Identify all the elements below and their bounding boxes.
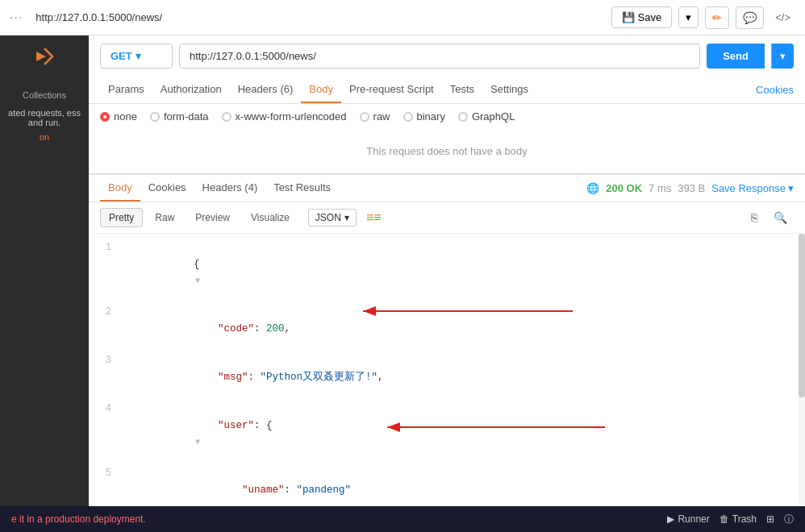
method-select[interactable]: GET ▾	[100, 44, 173, 69]
code-line-1: 1 { ▼	[89, 240, 805, 305]
view-visualize-button[interactable]: Visualize	[242, 208, 298, 227]
body-type-binary[interactable]: binary	[403, 110, 445, 123]
collapse-4[interactable]: ▼	[195, 438, 200, 447]
radio-raw-label: raw	[373, 110, 390, 123]
response-tab-headers[interactable]: Headers (4)	[194, 175, 266, 202]
request-section: GET ▾ Send ▾ Params Authorization Header…	[89, 35, 805, 174]
comment-button[interactable]: 💬	[736, 6, 764, 29]
response-size: 393 B	[678, 182, 705, 194]
save-response-chevron: ▾	[788, 182, 794, 194]
line-num-3: 3	[89, 353, 121, 368]
tab-headers[interactable]: Headers (6)	[230, 77, 302, 103]
content-area: GET ▾ Send ▾ Params Authorization Header…	[89, 35, 805, 506]
tab-authorization[interactable]: Authorization	[152, 77, 230, 103]
response-tab-test-results[interactable]: Test Results	[265, 175, 339, 202]
response-tabs-row: Body Cookies Headers (4) Test Results 🌐 …	[89, 175, 805, 202]
search-button[interactable]: 🔍	[767, 208, 794, 227]
url-input[interactable]	[179, 44, 700, 69]
layout-button[interactable]: ⊞	[766, 513, 774, 525]
save-response-button[interactable]: Save Response ▾	[711, 182, 794, 194]
wrap-button[interactable]: ≡≡	[360, 207, 388, 228]
view-preview-button[interactable]: Preview	[186, 208, 239, 227]
copy-button[interactable]: ⎘	[745, 208, 764, 227]
body-type-form-data[interactable]: form-data	[150, 110, 209, 123]
method-chevron: ▾	[136, 50, 141, 62]
line-content-5: "uname": "pandeng"	[121, 466, 805, 506]
code-area[interactable]: 1 { ▼ 2 "code": 200, 3	[89, 234, 805, 506]
line-content-4: "user": { ▼	[121, 401, 805, 466]
format-label: JSON	[315, 212, 341, 223]
line-num-4: 4	[89, 401, 121, 417]
info-icon: ⓘ	[784, 513, 794, 526]
body-type-none[interactable]: none	[100, 110, 137, 123]
top-bar: ··· http://127.0.0.1:5000/news/ 💾 Save ▾…	[0, 0, 805, 35]
radio-formdata-dot	[150, 112, 160, 122]
runner-icon: ▶	[667, 513, 674, 525]
collapse-1[interactable]: ▼	[195, 276, 200, 285]
bottom-bar: e it in a production deployment. ▶ Runne…	[0, 506, 805, 532]
line-num-2: 2	[89, 305, 121, 320]
tab-params[interactable]: Params	[100, 77, 152, 103]
response-section: Body Cookies Headers (4) Test Results 🌐 …	[89, 174, 805, 506]
body-type-raw[interactable]: raw	[360, 110, 390, 123]
view-pretty-button[interactable]: Pretty	[100, 208, 143, 227]
radio-graphql-dot	[458, 112, 468, 122]
response-toolbar: Pretty Raw Preview Visualize JSON ▾ ≡≡ ⎘…	[89, 202, 805, 234]
response-tab-cookies[interactable]: Cookies	[140, 175, 194, 202]
radio-binary-dot	[403, 112, 413, 122]
runner-label: Runner	[678, 513, 709, 525]
line-content-2: "code": 200,	[121, 305, 805, 353]
radio-raw-dot	[360, 112, 369, 122]
tab-settings[interactable]: Settings	[482, 77, 536, 103]
save-label: Save	[638, 11, 662, 23]
format-chevron: ▾	[344, 212, 349, 223]
info-button[interactable]: ⓘ	[784, 513, 794, 526]
send-dropdown-button[interactable]: ▾	[771, 44, 794, 69]
sidebar-desc: ated requests, ess and run.	[0, 106, 89, 129]
code-line-2: 2 "code": 200,	[89, 305, 805, 353]
sidebar-collections-label: Collections	[18, 84, 71, 106]
code-line-5: 5 "uname": "pandeng"	[89, 466, 805, 506]
format-select[interactable]: JSON ▾	[308, 209, 357, 227]
sidebar: Collections ated requests, ess and run. …	[0, 35, 89, 506]
trash-button[interactable]: 🗑 Trash	[719, 513, 757, 525]
menu-dots[interactable]: ···	[10, 10, 23, 25]
send-button[interactable]: Send	[707, 44, 765, 69]
request-tabs-row: Params Authorization Headers (6) Body Pr…	[89, 77, 805, 104]
view-raw-button[interactable]: Raw	[146, 208, 183, 227]
save-icon: 💾	[622, 11, 635, 23]
bottom-warning-text: e it in a production deployment.	[11, 513, 146, 525]
body-type-row: none form-data x-www-form-urlencoded raw…	[89, 104, 805, 129]
method-label: GET	[111, 50, 132, 62]
tab-prerequest[interactable]: Pre-request Script	[341, 77, 442, 103]
save-button[interactable]: 💾 Save	[611, 6, 673, 28]
body-type-urlencoded[interactable]: x-www-form-urlencoded	[222, 110, 347, 123]
code-button[interactable]: </>	[770, 7, 795, 27]
body-type-graphql[interactable]: GraphQL	[458, 110, 515, 123]
save-dropdown-button[interactable]: ▾	[678, 6, 699, 28]
radio-none-label: none	[114, 110, 137, 123]
cookies-link[interactable]: Cookies	[756, 84, 794, 96]
response-time: 7 ms	[649, 182, 671, 194]
response-tab-body[interactable]: Body	[100, 175, 140, 202]
radio-urlencoded-label: x-www-form-urlencoded	[236, 110, 347, 123]
radio-urlencoded-dot	[222, 112, 231, 122]
radio-none-dot	[100, 112, 110, 122]
response-status: 200 OK	[606, 182, 642, 194]
pencil-button[interactable]: ✏	[705, 6, 729, 29]
bottom-bar-actions: ▶ Runner 🗑 Trash ⊞ ⓘ	[667, 513, 794, 526]
request-row: GET ▾ Send ▾	[89, 35, 805, 77]
scrollbar-thumb[interactable]	[799, 234, 805, 397]
code-line-3: 3 "msg": "Python又双叒更新了!",	[89, 353, 805, 401]
sidebar-logo	[30, 42, 59, 71]
sidebar-link[interactable]: on	[35, 129, 54, 145]
line-num-1: 1	[89, 240, 121, 256]
tab-tests[interactable]: Tests	[442, 77, 482, 103]
tab-body[interactable]: Body	[301, 77, 341, 103]
runner-button[interactable]: ▶ Runner	[667, 513, 709, 525]
line-content-1: { ▼	[121, 240, 805, 305]
layout-icon: ⊞	[766, 513, 774, 525]
line-num-5: 5	[89, 466, 121, 481]
scrollbar-track[interactable]	[799, 234, 805, 506]
response-meta: 🌐 200 OK 7 ms 393 B Save Response ▾	[586, 182, 794, 194]
